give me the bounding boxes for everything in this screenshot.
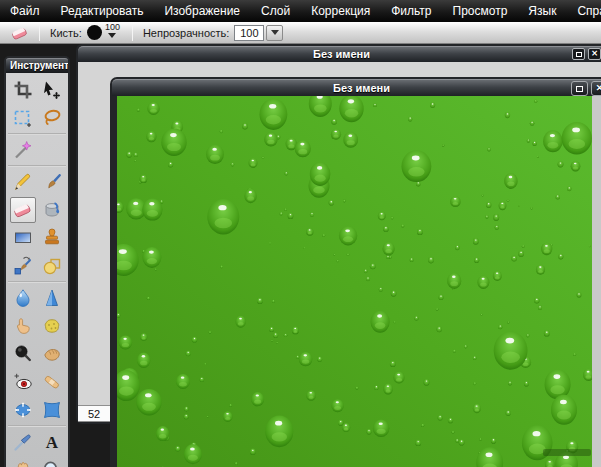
maximize-icon — [576, 86, 583, 92]
maximize-icon — [576, 52, 582, 57]
lasso-icon — [42, 108, 62, 128]
tool-color-replace[interactable] — [10, 253, 36, 279]
move-icon — [42, 80, 62, 100]
dodge-icon — [13, 344, 33, 364]
magic-wand-icon — [13, 140, 33, 160]
paint-bucket-icon — [42, 200, 62, 220]
burn-icon — [42, 344, 62, 364]
sharpen-icon — [42, 288, 62, 308]
tool-brush[interactable] — [39, 169, 65, 195]
pencil-icon — [13, 172, 33, 192]
tool-red-eye[interactable] — [10, 369, 36, 395]
workspace: Без имени ✕ 52 Без имени ✕ — [0, 44, 601, 467]
smudge-icon — [13, 316, 33, 336]
opacity-label: Непрозрачность: — [143, 27, 229, 39]
tool-sharpen[interactable] — [39, 285, 65, 311]
red-eye-icon — [13, 372, 33, 392]
tool-hand[interactable] — [10, 457, 36, 467]
separator — [39, 25, 40, 41]
chevron-down-icon — [271, 30, 279, 39]
type-icon: A — [42, 432, 62, 452]
tool-paint-bucket[interactable] — [39, 197, 65, 223]
tool-eraser[interactable] — [10, 197, 36, 223]
brush-size-control[interactable]: 100 — [105, 23, 120, 42]
tool-marquee[interactable] — [10, 105, 36, 131]
marquee-icon — [13, 108, 33, 128]
pinch-icon — [42, 400, 62, 420]
crop-icon — [13, 80, 33, 100]
shapes-icon — [42, 256, 62, 276]
tool-options-bar: Кисть: 100 Непрозрачность: 100 — [0, 22, 601, 44]
tool-type[interactable]: A — [39, 429, 65, 455]
menu-edit[interactable]: Редактировать — [61, 4, 144, 18]
tool-bloat[interactable] — [10, 397, 36, 423]
zoom-level-box[interactable]: 52 — [78, 405, 111, 422]
opacity-input[interactable]: 100 — [234, 25, 264, 41]
tools-panel: Инструменты — [4, 56, 70, 467]
blur-icon — [13, 288, 33, 308]
tool-eyedropper[interactable] — [10, 429, 36, 455]
menu-adjustment[interactable]: Коррекция — [311, 4, 370, 18]
tool-sponge[interactable] — [39, 313, 65, 339]
heal-icon — [42, 372, 62, 392]
zoom-icon — [42, 460, 62, 467]
menu-layer[interactable]: Слой — [261, 4, 290, 18]
tool-pinch[interactable] — [39, 397, 65, 423]
svg-text:A: A — [45, 433, 58, 452]
tools-grid: A — [6, 73, 68, 467]
menu-file[interactable]: Файл — [10, 4, 40, 18]
opacity-dropdown-button[interactable] — [266, 25, 283, 41]
watermark — [543, 449, 591, 456]
separator — [132, 25, 133, 41]
tool-magic-wand[interactable] — [10, 137, 36, 163]
menu-filter[interactable]: Фильтр — [391, 4, 431, 18]
window-title: Без имени — [313, 48, 370, 60]
eraser-icon — [13, 200, 33, 220]
tool-lasso[interactable] — [39, 105, 65, 131]
tool-gradient[interactable] — [10, 225, 36, 251]
close-button[interactable]: ✕ — [591, 81, 601, 96]
tool-pencil[interactable] — [10, 169, 36, 195]
window-content — [117, 96, 601, 467]
close-button[interactable]: ✕ — [588, 48, 601, 60]
menu-language[interactable]: Язык — [528, 4, 556, 18]
canvas-image[interactable] — [117, 96, 592, 467]
tool-move[interactable] — [39, 77, 65, 103]
hand-icon — [13, 460, 33, 467]
menu-image[interactable]: Изображение — [164, 4, 240, 18]
close-icon: ✕ — [591, 50, 598, 58]
tool-crop[interactable] — [10, 77, 36, 103]
close-icon: ✕ — [596, 84, 601, 93]
document-window-front: Без имени ✕ — [110, 77, 601, 467]
brush-size-value: 100 — [105, 23, 120, 31]
tool-heal[interactable] — [39, 369, 65, 395]
tool-shapes[interactable] — [39, 253, 65, 279]
gradient-icon — [13, 228, 33, 248]
brush-icon — [42, 172, 62, 192]
color-replace-icon — [13, 256, 33, 276]
tool-clone-stamp[interactable] — [39, 225, 65, 251]
eraser-icon — [11, 24, 29, 42]
eyedropper-icon — [13, 432, 33, 452]
tool-zoom[interactable] — [39, 457, 65, 467]
sponge-icon — [42, 316, 62, 336]
tools-panel-title[interactable]: Инструменты — [6, 58, 68, 73]
bloat-icon — [13, 400, 33, 420]
brush-preview[interactable] — [87, 25, 102, 40]
tool-dodge[interactable] — [10, 341, 36, 367]
tool-empty — [39, 137, 65, 163]
tool-burn[interactable] — [39, 341, 65, 367]
window-title: Без имени — [333, 82, 390, 94]
menu-view[interactable]: Просмотр — [453, 4, 508, 18]
menu-help[interactable]: Справка — [577, 4, 601, 18]
clone-stamp-icon — [42, 228, 62, 248]
menu-bar: Файл Редактировать Изображение Слой Корр… — [0, 0, 601, 22]
window-title-bar[interactable]: Без имени ✕ — [112, 79, 601, 96]
tool-blur[interactable] — [10, 285, 36, 311]
maximize-button[interactable] — [571, 81, 588, 96]
chevron-down-icon — [108, 33, 116, 42]
window-title-bar[interactable]: Без имени ✕ — [78, 46, 601, 62]
brush-label: Кисть: — [50, 27, 82, 39]
tool-smudge[interactable] — [10, 313, 36, 339]
maximize-button[interactable] — [572, 48, 585, 60]
